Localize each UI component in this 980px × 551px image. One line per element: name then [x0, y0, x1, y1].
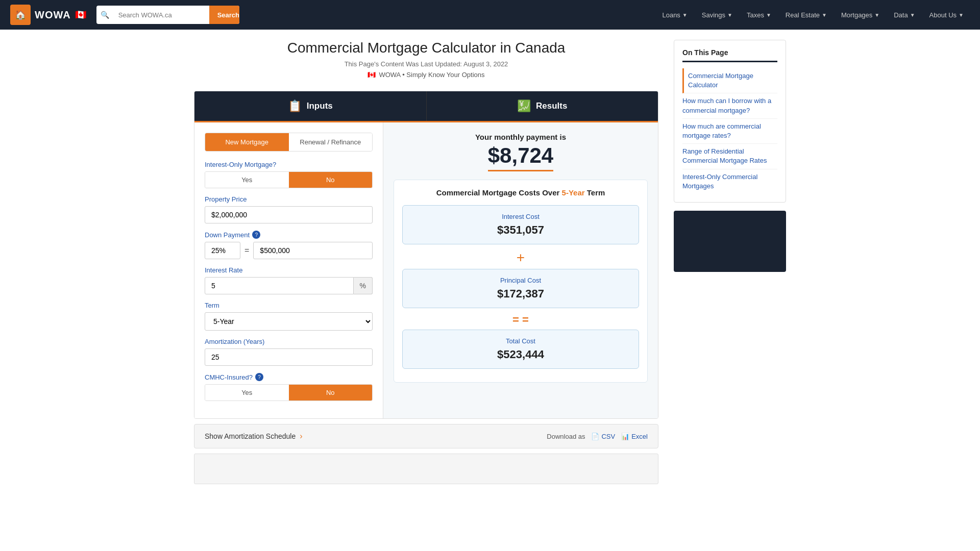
search-button[interactable]: Search: [209, 6, 239, 24]
amort-label[interactable]: Show Amortization Schedule ›: [205, 432, 303, 441]
toc-link-calculator[interactable]: Commercial Mortgage Calculator: [688, 72, 753, 89]
total-cost-card: Total Cost $523,444: [402, 330, 639, 369]
nav-about-us[interactable]: About Us ▼: [923, 7, 970, 23]
nav-mortgages[interactable]: Mortgages ▼: [835, 7, 886, 23]
total-cost-value: $523,444: [410, 348, 631, 361]
sidebar-advertisement: [674, 211, 786, 272]
interest-cost-label: Interest Cost: [410, 213, 631, 220]
calc-body: New Mortgage Renewal / Refinance Interes…: [194, 122, 658, 418]
interest-only-yes[interactable]: Yes: [205, 172, 289, 188]
term-select[interactable]: 1-Year 2-Year 3-Year 4-Year 5-Year 7-Yea…: [205, 312, 373, 331]
down-payment-label: Down Payment ?: [205, 231, 373, 239]
cmhc-toggle: Yes No: [205, 384, 373, 401]
property-price-label: Property Price: [205, 195, 373, 203]
renewal-refinance-button[interactable]: Renewal / Refinance: [289, 133, 373, 151]
amortization-input[interactable]: [205, 348, 373, 366]
interest-only-no[interactable]: No: [289, 172, 373, 188]
table-of-contents: On This Page Commercial Mortgage Calcula…: [674, 40, 786, 203]
page-brand-text: WOWA • Simply Know Your Options: [379, 71, 484, 79]
nav-real-estate[interactable]: Real Estate ▼: [779, 7, 833, 23]
excel-icon: 📊: [621, 433, 629, 440]
search-input[interactable]: [113, 6, 209, 24]
results-tab[interactable]: 💹 Results: [426, 91, 658, 121]
results-panel: Your monthly payment is $8,724 Commercia…: [383, 122, 658, 418]
total-cost-label: Total Cost: [410, 337, 631, 345]
down-payment-amount-input[interactable]: [253, 242, 373, 259]
interest-cost-value: $351,057: [410, 223, 631, 237]
page-brand: 🇨🇦 WOWA • Simply Know Your Options: [194, 71, 658, 79]
interest-only-label: Interest-Only Mortgage?: [205, 161, 373, 168]
costs-title: Commercial Mortgage Costs Over 5-Year Te…: [402, 188, 639, 197]
rate-unit: %: [354, 277, 373, 294]
down-payment-equals: =: [244, 246, 249, 255]
property-price-input[interactable]: [205, 206, 373, 223]
down-payment-row: =: [205, 242, 373, 259]
monthly-label: Your monthly payment is: [394, 133, 648, 141]
page-title: Commercial Mortgage Calculator in Canada: [194, 40, 658, 56]
term-label: Term: [205, 302, 373, 309]
main-container: Commercial Mortgage Calculator in Canada…: [184, 30, 796, 505]
nav-links: Loans ▼ Savings ▼ Taxes ▼ Real Estate ▼ …: [656, 7, 970, 23]
costs-section: Commercial Mortgage Costs Over 5-Year Te…: [394, 180, 648, 383]
monthly-amount: $8,724: [488, 143, 553, 171]
results-icon: 💹: [517, 99, 531, 113]
download-excel-link[interactable]: 📊 Excel: [621, 433, 648, 440]
nav-loans[interactable]: Loans ▼: [656, 7, 693, 23]
toc-item-interest-only[interactable]: Interest-Only Commercial Mortgages: [682, 169, 777, 194]
inputs-tab-label: Inputs: [307, 101, 333, 111]
equals-operator: = =: [402, 313, 639, 327]
inputs-panel: New Mortgage Renewal / Refinance Interes…: [194, 122, 383, 418]
interest-only-toggle: Yes No: [205, 171, 373, 188]
navbar: 🏠 WOWA 🇨🇦 🔍 Search Loans ▼ Savings ▼ Tax…: [0, 0, 980, 30]
monthly-header: Your monthly payment is $8,724: [394, 133, 648, 171]
logo-icon: 🏠: [10, 5, 31, 25]
nav-taxes[interactable]: Taxes ▼: [741, 7, 777, 23]
flag-icon: 🇨🇦: [75, 9, 86, 20]
search-bar: 🔍 Search: [96, 6, 239, 24]
page-header: Commercial Mortgage Calculator in Canada…: [194, 40, 658, 79]
interest-rate-label: Interest Rate: [205, 266, 373, 274]
new-mortgage-button[interactable]: New Mortgage: [205, 133, 289, 151]
download-csv-link[interactable]: 📄 CSV: [591, 433, 615, 440]
mortgage-type-toggle: New Mortgage Renewal / Refinance: [205, 133, 373, 152]
cmhc-yes[interactable]: Yes: [205, 385, 289, 400]
cmhc-no[interactable]: No: [289, 385, 373, 400]
principal-cost-card: Principal Cost $172,387: [402, 269, 639, 308]
interest-rate-row: %: [205, 277, 373, 294]
content-area: Commercial Mortgage Calculator in Canada…: [194, 40, 658, 484]
costs-term: 5-Year: [562, 188, 585, 197]
interest-cost-card: Interest Cost $351,057: [402, 205, 639, 244]
search-icon: 🔍: [96, 11, 113, 19]
cmhc-info-icon[interactable]: ?: [255, 373, 263, 381]
toc-item-calculator[interactable]: Commercial Mortgage Calculator: [682, 68, 777, 93]
toc-link-range[interactable]: Range of Residential Commercial Mortgage…: [682, 147, 767, 164]
page-flag: 🇨🇦: [368, 71, 376, 79]
nav-savings[interactable]: Savings ▼: [696, 7, 739, 23]
inputs-icon: 📋: [288, 99, 302, 113]
toc-link-rates[interactable]: How much are commercial mortgage rates?: [682, 122, 761, 139]
csv-icon: 📄: [591, 433, 599, 440]
toc-title: On This Page: [682, 48, 777, 62]
inputs-tab[interactable]: 📋 Inputs: [194, 91, 426, 121]
toc-item-rates[interactable]: How much are commercial mortgage rates?: [682, 119, 777, 144]
interest-rate-input[interactable]: [205, 277, 354, 294]
toc-link-borrow[interactable]: How much can I borrow with a commercial …: [682, 97, 771, 114]
calculator-panel: 📋 Inputs 💹 Results New Mortgage Renewal …: [194, 91, 658, 419]
toc-link-interest-only[interactable]: Interest-Only Commercial Mortgages: [682, 173, 757, 190]
calc-header: 📋 Inputs 💹 Results: [194, 91, 658, 122]
brand: 🏠 WOWA 🇨🇦: [10, 5, 86, 25]
chart-placeholder: [194, 454, 658, 484]
nav-data[interactable]: Data ▼: [888, 7, 921, 23]
down-payment-info-icon[interactable]: ?: [252, 231, 260, 239]
principal-cost-value: $172,387: [410, 287, 631, 300]
download-links: Download as 📄 CSV 📊 Excel: [547, 433, 648, 440]
sidebar: On This Page Commercial Mortgage Calcula…: [674, 40, 786, 484]
page-subtitle: This Page's Content Was Last Updated: Au…: [194, 60, 658, 68]
amort-arrow-icon: ›: [300, 432, 302, 441]
amortization-label: Amortization (Years): [205, 338, 373, 345]
toc-item-borrow[interactable]: How much can I borrow with a commercial …: [682, 93, 777, 118]
principal-cost-label: Principal Cost: [410, 277, 631, 284]
results-tab-label: Results: [536, 101, 567, 111]
toc-item-range[interactable]: Range of Residential Commercial Mortgage…: [682, 144, 777, 169]
down-payment-percent-input[interactable]: [205, 242, 240, 259]
